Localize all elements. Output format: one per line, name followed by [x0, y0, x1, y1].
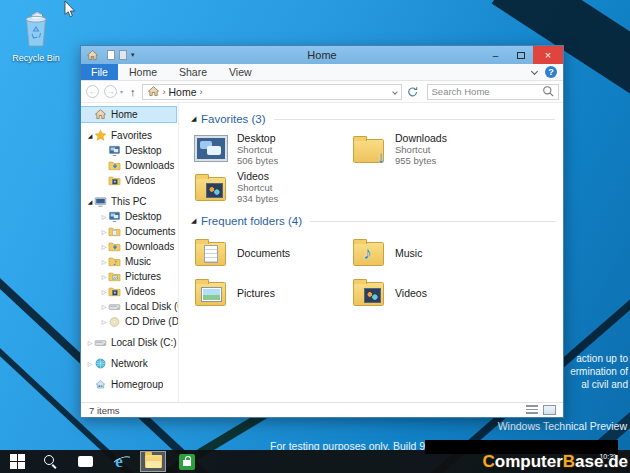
sidebar-item-home[interactable]: Home [81, 107, 176, 122]
folder-icon [195, 282, 226, 306]
tab-file[interactable]: File [81, 64, 118, 80]
file-tile-videos[interactable]: Videos [351, 273, 509, 311]
up-button[interactable]: ↑ [130, 86, 136, 98]
sidebar-item-downloads[interactable]: ▷Downloads [81, 239, 178, 254]
folder-video-icon [108, 174, 121, 187]
title-bar[interactable]: ▾ Home – × [81, 46, 563, 64]
forward-button[interactable]: → [104, 85, 117, 98]
sidebar-item-favorites[interactable]: ◢Favorites [81, 128, 178, 143]
sidebar-item-label: This PC [111, 196, 147, 207]
expander-icon[interactable]: ▷ [100, 213, 108, 220]
expander-icon[interactable]: ▷ [86, 339, 94, 346]
video-thumbnail-icon [364, 288, 381, 303]
sidebar-item-label: Pictures [125, 271, 161, 282]
search-input[interactable] [428, 86, 542, 97]
search-icon [542, 85, 555, 98]
sidebar-item-desktop[interactable]: Desktop [81, 143, 178, 158]
sidebar-item-local-disk-c[interactable]: ▷Local Disk (C:) [81, 299, 178, 314]
document-sheet-icon [204, 245, 218, 263]
file-explorer-button[interactable] [140, 451, 166, 472]
sidebar-item-downloads[interactable]: Downloads [81, 158, 178, 173]
qat-new-folder-icon[interactable] [119, 50, 127, 60]
sidebar-item-this-pc[interactable]: ◢This PC [81, 194, 178, 209]
sidebar-item-local-disk-c[interactable]: ▷Local Disk (C:) [81, 335, 178, 350]
sidebar-item-pictures[interactable]: ▷Pictures [81, 269, 178, 284]
sidebar-item-label: Videos [125, 286, 155, 297]
expander-icon[interactable]: ▷ [100, 318, 108, 325]
group-expander-icon[interactable]: ◢ [191, 115, 201, 123]
expander-icon[interactable]: ▷ [100, 273, 108, 280]
refresh-button[interactable] [406, 85, 419, 98]
sidebar-item-network[interactable]: ▷Network [81, 356, 178, 371]
sidebar-item-music[interactable]: ▷Music [81, 254, 178, 269]
file-tile-pictures[interactable]: Pictures [193, 273, 351, 311]
start-button[interactable] [4, 451, 30, 472]
recycle-bin-shortcut[interactable]: Recycle Bin [4, 6, 68, 63]
file-tile-videos[interactable]: VideosShortcut934 bytes [193, 169, 351, 205]
tab-share[interactable]: Share [168, 64, 218, 80]
history-dropdown-icon[interactable]: ▾ [120, 88, 123, 95]
ribbon-tabs: File Home Share View ? [81, 64, 563, 81]
folder-icon: ↓ [353, 139, 384, 163]
back-button[interactable]: ← [86, 85, 99, 98]
tab-view[interactable]: View [218, 64, 263, 80]
sidebar-item-label: Favorites [111, 130, 152, 141]
ribbon-collapse-icon[interactable] [531, 67, 538, 74]
expander-icon[interactable]: ▷ [100, 228, 108, 235]
file-tile-downloads[interactable]: ↓DownloadsShortcut955 bytes [351, 131, 509, 167]
minimize-button[interactable]: – [483, 46, 508, 64]
taskbar-search-button[interactable] [38, 451, 64, 472]
file-tile-desktop[interactable]: DesktopShortcut506 bytes [193, 131, 351, 167]
expander-icon[interactable]: ▷ [100, 243, 108, 250]
photo-icon [202, 288, 221, 301]
sidebar-item-videos[interactable]: ▷Videos [81, 284, 178, 299]
expander-icon[interactable]: ◢ [86, 132, 94, 139]
sidebar-item-cd-drive-d-jm1[interactable]: ▷CD Drive (D:) JM1 [81, 314, 178, 329]
content-pane: ◢Favorites (3)DesktopShortcut506 bytes↓D… [179, 103, 563, 402]
folder-music-icon [108, 255, 121, 268]
address-box[interactable]: › Home › [142, 84, 402, 100]
store-button[interactable] [174, 451, 200, 472]
close-button[interactable]: × [533, 46, 563, 64]
expander-icon[interactable]: ▷ [86, 360, 94, 367]
expander-icon[interactable]: ▷ [100, 303, 108, 310]
qat-properties-icon[interactable] [107, 50, 115, 60]
disk-icon [108, 300, 121, 313]
sidebar-item-label: Documents [125, 226, 176, 237]
expander-icon[interactable]: ▷ [100, 258, 108, 265]
group-label: Favorites (3) [201, 113, 266, 125]
address-dropdown-icon[interactable] [392, 89, 398, 95]
help-icon[interactable]: ? [545, 66, 557, 78]
details-view-icon[interactable] [526, 405, 538, 414]
qat-dropdown-icon[interactable]: ▾ [131, 51, 135, 59]
download-arrow-icon: ↓ [377, 149, 386, 166]
breadcrumb[interactable]: Home [169, 86, 197, 98]
breadcrumb-separator: › [200, 87, 203, 97]
file-tile-music[interactable]: ♪Music [351, 233, 509, 271]
breadcrumb-home-icon [147, 85, 160, 98]
search-box[interactable] [427, 84, 559, 100]
video-thumbnail-icon [206, 183, 223, 198]
task-view-button[interactable] [72, 451, 98, 472]
group-header-favorites-3[interactable]: ◢Favorites (3) [191, 113, 555, 125]
expander-icon[interactable]: ▷ [100, 288, 108, 295]
sidebar-item-videos[interactable]: Videos [81, 173, 178, 188]
status-bar: 7 items [81, 402, 563, 417]
internet-explorer-button[interactable]: e [106, 451, 132, 472]
breadcrumb-separator: › [163, 87, 166, 97]
tile-type: Shortcut [237, 144, 278, 155]
tile-size: 506 bytes [237, 155, 278, 166]
group-expander-icon[interactable]: ◢ [191, 217, 201, 225]
tab-home[interactable]: Home [118, 64, 168, 80]
quick-access-toolbar[interactable]: ▾ [107, 50, 135, 60]
sidebar-item-homegroup[interactable]: Homegroup [81, 377, 178, 392]
folder-video-icon [108, 285, 121, 298]
sidebar-item-desktop[interactable]: ▷Desktop [81, 209, 178, 224]
maximize-button[interactable] [508, 46, 533, 64]
expander-icon[interactable]: ◢ [86, 198, 94, 205]
sidebar-item-documents[interactable]: ▷Documents [81, 224, 178, 239]
sidebar-item-label: CD Drive (D:) JM1 [125, 316, 178, 327]
group-header-frequent-folders-4[interactable]: ◢Frequent folders (4) [191, 215, 555, 227]
thumbnail-view-icon[interactable] [543, 405, 556, 415]
file-tile-documents[interactable]: Documents [193, 233, 351, 271]
